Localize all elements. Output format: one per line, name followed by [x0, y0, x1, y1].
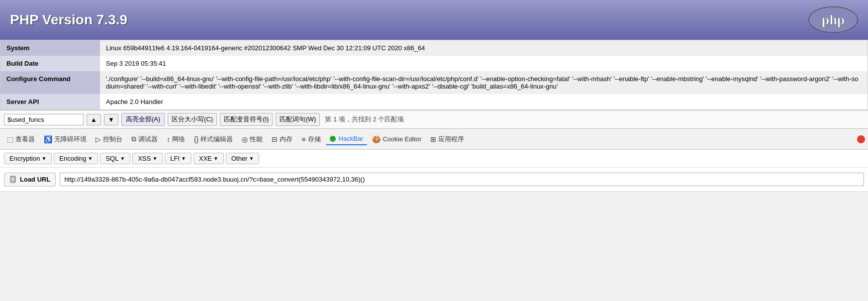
encoding-menu-button[interactable]: Encoding ▼: [54, 153, 98, 164]
style-editor-icon: {}: [194, 135, 198, 143]
page-icon: [9, 176, 17, 184]
devtools-cookie-editor[interactable]: 🍪 Cookie Editor: [368, 133, 425, 145]
other-arrow-icon: ▼: [249, 156, 254, 161]
sql-menu-button[interactable]: SQL ▼: [100, 153, 130, 164]
memory-label: 内存: [280, 135, 292, 144]
svg-rect-3: [11, 178, 14, 179]
devtools-network[interactable]: ↕ 网络: [163, 133, 189, 146]
php-version-title: PHP Version 7.3.9: [10, 12, 127, 28]
console-label: 控制台: [103, 135, 122, 144]
lfi-menu-button[interactable]: LFI ▼: [165, 153, 192, 164]
table-row: Configure Command'./configure' '--build=…: [0, 71, 868, 94]
cookie-editor-label: Cookie Editor: [383, 135, 421, 143]
info-value-cell: Apache 2.0 Handler: [100, 94, 868, 109]
debugger-icon: ⧉: [131, 135, 136, 143]
devtools-applications[interactable]: ⊞ 应用程序: [426, 133, 468, 146]
svg-rect-4: [11, 179, 14, 180]
devtools-style-editor[interactable]: {} 样式编辑器: [190, 133, 237, 146]
devtools-bar: ⬚ 查看器 ♿ 无障碍环境 ▷ 控制台 ⧉ 调试器 ↕ 网络 {} 样式编辑器 …: [0, 129, 868, 150]
info-label-cell: System: [0, 40, 100, 56]
svg-text:php: php: [822, 12, 845, 27]
storage-label: 存储: [308, 135, 321, 144]
sql-label: SQL: [105, 155, 118, 162]
diacritic-button[interactable]: 匹配变音符号(I): [220, 113, 273, 126]
encoding-label: Encoding: [59, 155, 86, 162]
php-logo: php: [808, 5, 858, 35]
devtools-storage[interactable]: ≡ 存储: [297, 133, 324, 146]
other-menu-button[interactable]: Other ▼: [226, 153, 259, 164]
xxe-menu-button[interactable]: XXE ▼: [193, 153, 224, 164]
hackbar-menu: Encryption ▼ Encoding ▼ SQL ▼ XSS ▼ LFI …: [0, 150, 868, 168]
red-dot-icon: [857, 135, 865, 143]
info-value-cell: Linux 659b44911fe6 4.19.164-0419164-gene…: [100, 40, 868, 56]
find-up-button[interactable]: ▲: [87, 114, 101, 125]
devtools-hackbar[interactable]: HackBar: [326, 133, 368, 145]
storage-icon: ≡: [301, 135, 305, 143]
console-icon: ▷: [96, 135, 101, 143]
info-label-cell: Configure Command: [0, 71, 100, 94]
load-url-bar: Load URL: [0, 168, 868, 192]
xss-menu-button[interactable]: XSS ▼: [132, 153, 163, 164]
info-label-cell: Build Date: [0, 56, 100, 71]
style-editor-label: 样式编辑器: [200, 135, 233, 144]
applications-label: 应用程序: [438, 135, 464, 144]
svg-rect-5: [11, 181, 13, 182]
inspector-label: 查看器: [15, 135, 35, 144]
lfi-arrow-icon: ▼: [181, 156, 186, 161]
xxe-label: XXE: [199, 155, 212, 162]
applications-icon: ⊞: [430, 135, 436, 143]
xxe-arrow-icon: ▼: [213, 156, 218, 161]
hackbar-label: HackBar: [339, 135, 364, 142]
info-label-cell: Server API: [0, 94, 100, 109]
sql-arrow-icon: ▼: [120, 156, 125, 161]
encryption-arrow-icon: ▼: [41, 156, 46, 161]
network-label: 网络: [172, 135, 185, 144]
find-down-button[interactable]: ▼: [104, 114, 118, 125]
case-sensitive-button[interactable]: 区分大小写(C): [168, 113, 217, 126]
devtools-console[interactable]: ▷ 控制台: [92, 133, 126, 146]
find-result-text: 第 1 项，共找到 2 个匹配项: [325, 115, 404, 124]
table-row: SystemLinux 659b44911fe6 4.19.164-041916…: [0, 40, 868, 56]
php-header: PHP Version 7.3.9 php: [0, 0, 868, 40]
highlight-all-button[interactable]: 高亮全部(A): [121, 113, 165, 126]
load-url-label: Load URL: [20, 176, 50, 183]
xss-label: XSS: [138, 155, 151, 162]
accessibility-label: 无障碍环境: [54, 135, 87, 144]
php-info-table-wrapper: SystemLinux 659b44911fe6 4.19.164-041916…: [0, 40, 868, 110]
php-info-table: SystemLinux 659b44911fe6 4.19.164-041916…: [0, 40, 868, 109]
find-input[interactable]: [4, 114, 84, 125]
lfi-label: LFI: [170, 155, 180, 162]
encoding-arrow-icon: ▼: [88, 156, 93, 161]
performance-label: 性能: [250, 135, 263, 144]
inspector-icon: ⬚: [7, 135, 13, 143]
devtools-accessibility[interactable]: ♿ 无障碍环境: [40, 133, 91, 146]
table-row: Build DateSep 3 2019 05:35:41: [0, 56, 868, 71]
info-value-cell: './configure' '--build=x86_64-linux-gnu'…: [100, 71, 868, 94]
info-value-cell: Sep 3 2019 05:35:41: [100, 56, 868, 71]
url-input[interactable]: [60, 173, 864, 186]
encryption-menu-button[interactable]: Encryption ▼: [4, 153, 52, 164]
table-row: Server APIApache 2.0 Handler: [0, 94, 868, 109]
cookie-icon: 🍪: [372, 135, 381, 143]
memory-icon: ⊟: [272, 135, 278, 143]
devtools-debugger[interactable]: ⧉ 调试器: [127, 133, 162, 146]
debugger-label: 调试器: [138, 135, 158, 144]
find-bar: ▲ ▼ 高亮全部(A) 区分大小写(C) 匹配变音符号(I) 匹配词句(W) 第…: [0, 110, 868, 129]
devtools-memory[interactable]: ⊟ 内存: [268, 133, 296, 146]
network-icon: ↕: [167, 135, 170, 143]
whole-word-button[interactable]: 匹配词句(W): [276, 113, 320, 126]
devtools-inspector[interactable]: ⬚ 查看器: [3, 133, 39, 146]
other-label: Other: [231, 155, 248, 162]
load-url-button[interactable]: Load URL: [4, 173, 56, 187]
encryption-label: Encryption: [9, 155, 40, 162]
performance-icon: ◎: [242, 135, 248, 143]
devtools-performance[interactable]: ◎ 性能: [238, 133, 267, 146]
xss-arrow-icon: ▼: [152, 156, 157, 161]
devtools-end: [857, 135, 865, 143]
hackbar-dot-icon: [330, 136, 336, 142]
accessibility-icon: ♿: [44, 135, 52, 143]
